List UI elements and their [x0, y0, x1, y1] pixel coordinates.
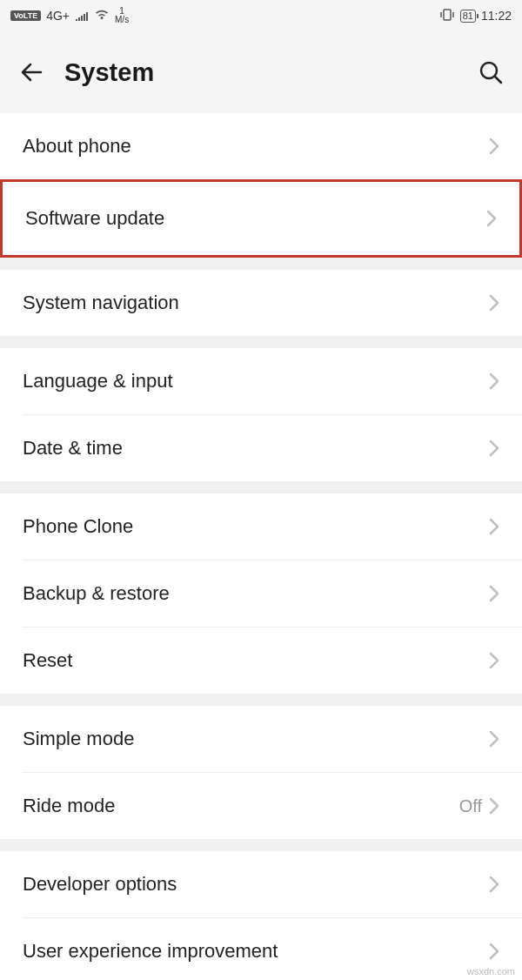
chevron-right-icon	[489, 294, 499, 312]
group-gap	[0, 336, 522, 348]
signal-icon	[75, 9, 89, 23]
settings-item-label: Developer options	[23, 873, 489, 896]
back-arrow-icon	[18, 59, 44, 85]
settings-item-label: Reset	[23, 649, 489, 672]
group-gap	[0, 839, 522, 851]
settings-item-system-navigation[interactable]: System navigation	[0, 270, 522, 336]
network-indicator: 4G+	[46, 9, 70, 23]
settings-item-label: Backup & restore	[23, 582, 489, 605]
settings-item-phone-clone[interactable]: Phone Clone	[0, 493, 522, 560]
chevron-right-icon	[489, 876, 499, 893]
settings-item-language-input[interactable]: Language & input	[0, 348, 522, 414]
settings-item-simple-mode[interactable]: Simple mode	[0, 706, 522, 772]
svg-rect-0	[444, 10, 451, 20]
settings-group: Language & inputDate & time	[0, 348, 522, 481]
settings-item-label: Language & input	[23, 370, 489, 393]
group-gap	[0, 258, 522, 270]
chevron-right-icon	[489, 585, 499, 602]
settings-item-backup-restore[interactable]: Backup & restore	[0, 560, 522, 627]
vibrate-icon	[439, 9, 455, 23]
settings-item-label: Ride mode	[23, 795, 459, 817]
chevron-right-icon	[489, 373, 499, 390]
chevron-right-icon	[489, 730, 499, 748]
network-speed: 1 M/s	[115, 7, 129, 24]
settings-item-value: Off	[459, 796, 482, 816]
settings-item-software-update[interactable]: Software update	[0, 179, 522, 258]
settings-item-user-experience-improvement[interactable]: User experience improvement	[0, 918, 522, 980]
chevron-right-icon	[489, 440, 499, 457]
settings-group: System navigation	[0, 270, 522, 336]
settings-item-label: About phone	[23, 135, 489, 158]
group-gap	[0, 481, 522, 493]
search-icon	[478, 59, 504, 85]
chevron-right-icon	[489, 652, 499, 669]
header: System	[0, 31, 522, 113]
settings-item-developer-options[interactable]: Developer options	[0, 851, 522, 917]
page-title: System	[64, 58, 458, 87]
settings-item-label: Software update	[25, 207, 486, 230]
settings-item-label: Date & time	[23, 437, 489, 460]
settings-item-about-phone[interactable]: About phone	[0, 113, 522, 179]
back-button[interactable]	[16, 57, 47, 88]
battery-indicator: 81	[460, 10, 476, 23]
settings-item-label: Simple mode	[23, 728, 489, 750]
settings-item-label: User experience improvement	[23, 940, 489, 963]
settings-group: About phoneSoftware update	[0, 113, 522, 258]
clock: 11:22	[481, 9, 512, 23]
search-button[interactable]	[475, 57, 506, 88]
chevron-right-icon	[489, 138, 499, 155]
settings-group: Developer optionsUser experience improve…	[0, 851, 522, 980]
volte-badge: VoLTE	[10, 10, 41, 21]
chevron-right-icon	[489, 943, 499, 960]
settings-item-reset[interactable]: Reset	[0, 628, 522, 694]
chevron-right-icon	[489, 797, 499, 815]
group-gap	[0, 694, 522, 706]
chevron-right-icon	[489, 518, 499, 535]
chevron-right-icon	[486, 210, 497, 227]
settings-group: Phone CloneBackup & restoreReset	[0, 493, 522, 694]
settings-item-label: Phone Clone	[23, 515, 489, 538]
settings-group: Simple modeRide modeOff	[0, 706, 522, 839]
status-bar: VoLTE 4G+ 1 M/s 81 11:22	[0, 0, 522, 31]
settings-item-ride-mode[interactable]: Ride modeOff	[0, 773, 522, 839]
wifi-icon	[94, 9, 110, 23]
settings-item-label: System navigation	[23, 292, 489, 314]
status-right: 81 11:22	[439, 9, 512, 23]
status-left: VoLTE 4G+ 1 M/s	[10, 7, 129, 24]
watermark: wsxdn.com	[467, 966, 515, 977]
settings-item-date-time[interactable]: Date & time	[0, 415, 522, 481]
